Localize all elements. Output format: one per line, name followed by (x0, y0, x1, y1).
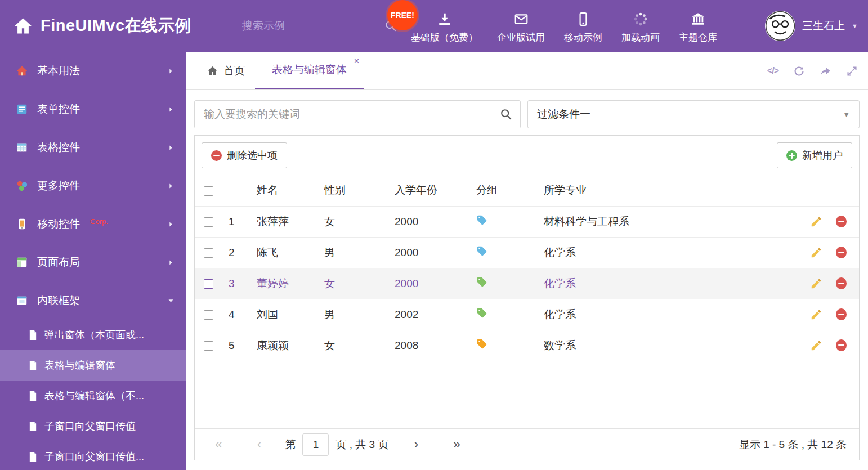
refresh-icon[interactable] (793, 65, 805, 77)
sidebar-subitem-grid-edit-window[interactable]: 表格与编辑窗体 (0, 350, 186, 381)
edit-icon[interactable] (810, 247, 822, 259)
major-link[interactable]: 化学系 (544, 277, 576, 289)
sidebar-item-inline-frame[interactable]: 内联框架 (0, 281, 186, 320)
add-user-button[interactable]: 新增用户 (777, 142, 852, 168)
sidebar-item-page-layout[interactable]: 页面布局 (0, 243, 186, 281)
cell-year: 2008 (395, 330, 476, 361)
corp-badge: Corp. (90, 217, 108, 226)
row-checkbox[interactable] (204, 217, 213, 227)
table-row-selected[interactable]: 3 董婷婷 女 2000 化学系 (195, 268, 859, 299)
page-number-input[interactable] (302, 433, 329, 456)
sidebar-subitem-label: 子窗口向父窗口传值... (44, 450, 144, 463)
first-page-button[interactable]: « (215, 438, 222, 451)
layout-icon (16, 256, 28, 268)
filter-dropdown[interactable]: 过滤条件一 ▼ (527, 100, 860, 128)
sidebar-subitem-popup-window[interactable]: 弹出窗体（本页面或... (0, 320, 186, 350)
cell-gender: 女 (324, 268, 395, 299)
source-code-icon[interactable]: </> (767, 66, 778, 76)
logo[interactable]: FineUIMvc在线示例 (14, 0, 191, 52)
tab-grid-edit-window[interactable]: 表格与编辑窗体 × (255, 52, 364, 89)
table-row[interactable]: 2 陈飞 男 2000 化学系 (195, 237, 859, 268)
sidebar-item-form-controls[interactable]: 表单控件 (0, 90, 186, 128)
delete-row-icon[interactable] (836, 339, 847, 351)
sidebar-item-mobile-controls[interactable]: 移动控件 Corp. (0, 205, 186, 243)
button-label: 新增用户 (802, 149, 843, 162)
nav-theme-repository[interactable]: 主题仓库 (679, 8, 717, 44)
major-link[interactable]: 化学系 (544, 247, 576, 258)
cell-index: 3 (229, 268, 257, 299)
chevron-down-icon (167, 297, 175, 305)
edit-icon[interactable] (810, 308, 822, 321)
close-icon[interactable]: × (354, 57, 359, 66)
nav-loading-animations[interactable]: 加载动画 (621, 8, 660, 44)
main-content: 首页 表格与编辑窗体 × </> 过滤条件一 ▼ (186, 52, 868, 470)
page-label-prefix: 第 (285, 437, 296, 452)
sidebar-item-label: 表格控件 (37, 140, 80, 155)
column-header-name: 姓名 (257, 175, 324, 206)
sidebar-item-basic-usage[interactable]: 基本用法 (0, 52, 186, 90)
major-link[interactable]: 材料科学与工程系 (544, 216, 629, 227)
major-link[interactable]: 化学系 (544, 308, 576, 320)
edit-icon[interactable] (810, 216, 822, 228)
header-search-input[interactable] (242, 20, 380, 32)
nav-enterprise-trial[interactable]: 企业版试用 (497, 8, 545, 44)
keyword-search-input[interactable] (195, 101, 520, 128)
sidebar-item-more-controls[interactable]: 更多控件 (0, 167, 186, 205)
plus-circle-icon (786, 150, 797, 161)
delete-row-icon[interactable] (836, 247, 847, 258)
row-checkbox[interactable] (204, 341, 213, 351)
frame-icon (16, 294, 28, 307)
cell-name: 董婷婷 (257, 268, 324, 299)
home-logo-icon (14, 16, 33, 35)
sidebar-item-grid-controls[interactable]: 表格控件 (0, 128, 186, 167)
header-nav: 基础版（免费） 企业版试用 移动示例 加载动画 主题仓库 (411, 0, 717, 52)
edit-icon[interactable] (810, 277, 822, 290)
search-icon[interactable] (500, 108, 512, 120)
prev-page-button[interactable]: ‹ (257, 438, 262, 451)
nav-label: 加载动画 (621, 31, 660, 44)
tab-home[interactable]: 首页 (197, 52, 255, 89)
cell-index: 1 (229, 206, 257, 237)
share-icon[interactable] (820, 65, 831, 77)
tab-label: 首页 (223, 64, 245, 78)
nav-mobile-demo[interactable]: 移动示例 (564, 8, 602, 44)
column-header-year: 入学年份 (395, 175, 476, 206)
delete-row-icon[interactable] (836, 216, 847, 227)
chevron-right-icon (167, 259, 175, 266)
column-header-actions (786, 175, 859, 206)
home-icon (16, 65, 28, 77)
cell-year: 2000 (395, 268, 476, 299)
sidebar-subitem-child-to-parent[interactable]: 子窗口向父窗口传值 (0, 411, 186, 441)
chevron-right-icon (167, 182, 175, 190)
table-row[interactable]: 4 刘国 男 2002 化学系 (195, 299, 859, 330)
header-search (242, 13, 355, 39)
delete-selected-button[interactable]: 删除选中项 (202, 142, 287, 168)
tab-tools: </> (767, 52, 858, 90)
sidebar-item-label: 基本用法 (37, 64, 80, 78)
sidebar-item-label: 表单控件 (37, 102, 80, 117)
user-menu[interactable]: 三生石上 ▼ (765, 0, 858, 52)
delete-row-icon[interactable] (836, 277, 847, 289)
sidebar-subitem-label: 子窗口向父窗口传值 (44, 419, 136, 433)
delete-row-icon[interactable] (836, 308, 847, 320)
select-all-checkbox[interactable] (204, 186, 213, 196)
fullscreen-icon[interactable] (846, 65, 858, 77)
major-link[interactable]: 数学系 (544, 339, 576, 351)
mobile-controls-icon (16, 218, 28, 230)
row-checkbox[interactable] (204, 248, 213, 258)
tag-icon (476, 245, 487, 257)
last-page-button[interactable]: » (453, 438, 460, 451)
table-row[interactable]: 5 康颖颖 女 2008 数学系 (195, 330, 859, 361)
row-checkbox[interactable] (204, 310, 213, 320)
cell-index: 4 (229, 299, 257, 330)
row-checkbox[interactable] (204, 279, 213, 289)
next-page-button[interactable]: › (414, 438, 418, 451)
sidebar-subitem-child-to-parent-2[interactable]: 子窗口向父窗口传值... (0, 441, 186, 470)
nav-basic-edition[interactable]: 基础版（免费） (411, 8, 478, 44)
table-row[interactable]: 1 张萍萍 女 2000 材料科学与工程系 (195, 206, 859, 237)
chevron-right-icon (167, 144, 175, 151)
sidebar-subitem-grid-edit-window-2[interactable]: 表格与编辑窗体（不... (0, 381, 186, 411)
free-badge: FREE! (387, 0, 418, 30)
edit-icon[interactable] (810, 339, 822, 352)
home-icon (207, 65, 218, 76)
